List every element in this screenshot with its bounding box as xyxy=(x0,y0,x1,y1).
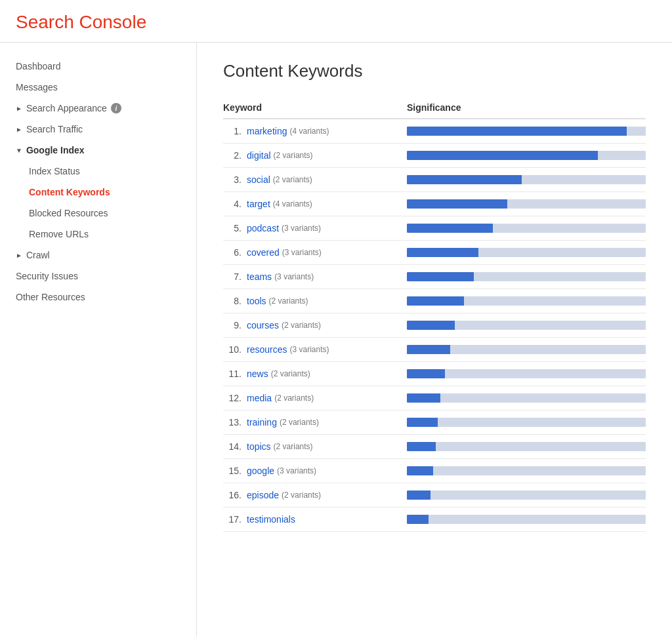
sidebar-label-other-resources: Other Resources xyxy=(16,292,85,302)
keyword-link[interactable]: google xyxy=(247,466,274,476)
sidebar-item-index-status[interactable]: Index Status xyxy=(0,161,196,182)
keyword-variants: (4 variants) xyxy=(273,199,312,209)
bar-fill xyxy=(407,199,507,209)
keyword-rank: 8. xyxy=(223,296,247,306)
keyword-cell: 17.testimonials xyxy=(223,514,407,525)
keyword-variants: (2 variants) xyxy=(282,490,321,500)
sidebar-item-blocked-resources[interactable]: Blocked Resources xyxy=(0,203,196,224)
chevron-down-icon: ▼ xyxy=(16,147,22,154)
table-row: 13.training(2 variants) xyxy=(223,410,646,435)
sidebar: Dashboard Messages ► Search Appearance i… xyxy=(0,43,197,637)
keyword-cell: 1.marketing(4 variants) xyxy=(223,126,407,136)
keyword-link[interactable]: episode xyxy=(247,490,279,500)
keyword-cell: 15.google(3 variants) xyxy=(223,466,407,476)
keyword-link[interactable]: podcast xyxy=(247,223,279,233)
significance-bar xyxy=(407,151,646,160)
table-row: 10.resources(3 variants) xyxy=(223,338,646,362)
keywords-table: Keyword Significance 1.marketing(4 varia… xyxy=(223,97,646,532)
significance-bar xyxy=(407,127,646,136)
sidebar-item-content-keywords[interactable]: Content Keywords xyxy=(0,182,196,203)
table-row: 7.teams(3 variants) xyxy=(223,265,646,289)
app-header: Search Console xyxy=(0,0,672,43)
sidebar-label-search-appearance: Search Appearance xyxy=(26,103,107,113)
keyword-link[interactable]: training xyxy=(247,417,277,428)
chevron-right-icon: ► xyxy=(16,126,22,133)
sidebar-label-dashboard: Dashboard xyxy=(16,61,61,71)
keyword-rank: 17. xyxy=(223,514,247,525)
info-icon[interactable]: i xyxy=(111,103,121,113)
keyword-link[interactable]: courses xyxy=(247,320,279,330)
keyword-variants: (2 variants) xyxy=(274,442,313,451)
table-row: 14.topics(2 variants) xyxy=(223,435,646,459)
bar-fill xyxy=(407,466,433,475)
significance-bar xyxy=(407,175,646,184)
keyword-link[interactable]: topics xyxy=(247,441,271,452)
sidebar-label-index-status: Index Status xyxy=(29,166,80,176)
sidebar-label-messages: Messages xyxy=(16,82,58,92)
sidebar-item-dashboard[interactable]: Dashboard xyxy=(0,56,196,77)
significance-bar xyxy=(407,199,646,209)
table-row: 5.podcast(3 variants) xyxy=(223,216,646,241)
keyword-rank: 14. xyxy=(223,441,247,452)
keyword-variants: (2 variants) xyxy=(274,151,313,160)
bar-fill xyxy=(407,248,478,257)
main-layout: Dashboard Messages ► Search Appearance i… xyxy=(0,43,672,637)
sidebar-item-messages[interactable]: Messages xyxy=(0,77,196,98)
sidebar-label-crawl: Crawl xyxy=(26,250,50,260)
keyword-link[interactable]: tools xyxy=(247,296,266,306)
significance-bar xyxy=(407,515,646,524)
significance-bar xyxy=(407,321,646,330)
sidebar-label-remove-urls: Remove URLs xyxy=(29,229,89,239)
bar-fill xyxy=(407,321,455,330)
bar-fill xyxy=(407,369,445,378)
bar-fill xyxy=(407,442,436,451)
keyword-rank: 3. xyxy=(223,174,247,185)
keyword-variants: (2 variants) xyxy=(273,175,312,184)
bar-fill xyxy=(407,151,598,160)
sidebar-item-remove-urls[interactable]: Remove URLs xyxy=(0,224,196,245)
significance-bar xyxy=(407,442,646,451)
keyword-link[interactable]: testimonials xyxy=(247,514,295,525)
bar-fill xyxy=(407,515,429,524)
keyword-link[interactable]: media xyxy=(247,393,272,403)
keyword-link[interactable]: social xyxy=(247,174,270,185)
sidebar-item-security-issues[interactable]: Security Issues xyxy=(0,266,196,287)
significance-bar xyxy=(407,248,646,257)
keyword-cell: 11.news(2 variants) xyxy=(223,369,407,379)
keyword-cell: 5.podcast(3 variants) xyxy=(223,223,407,233)
sidebar-item-other-resources[interactable]: Other Resources xyxy=(0,287,196,308)
keyword-link[interactable]: covered xyxy=(247,247,280,258)
keyword-link[interactable]: news xyxy=(247,369,268,379)
sidebar-item-search-appearance[interactable]: ► Search Appearance i xyxy=(0,98,196,119)
table-row: 11.news(2 variants) xyxy=(223,362,646,386)
keyword-cell: 10.resources(3 variants) xyxy=(223,344,407,355)
bar-fill xyxy=(407,175,522,184)
keyword-variants: (3 variants) xyxy=(277,466,316,475)
keyword-rank: 6. xyxy=(223,247,247,258)
table-row: 2.digital(2 variants) xyxy=(223,144,646,168)
bar-fill xyxy=(407,127,627,136)
keywords-list: 1.marketing(4 variants)2.digital(2 varia… xyxy=(223,119,646,532)
keyword-link[interactable]: target xyxy=(247,199,270,209)
bar-fill xyxy=(407,296,464,306)
table-row: 8.tools(2 variants) xyxy=(223,289,646,313)
bar-fill xyxy=(407,490,430,500)
col-header-keyword: Keyword xyxy=(223,102,407,113)
bar-fill xyxy=(407,345,450,354)
keyword-link[interactable]: teams xyxy=(247,271,272,282)
sidebar-item-google-index[interactable]: ▼ Google Index xyxy=(0,140,196,161)
sidebar-item-crawl[interactable]: ► Crawl xyxy=(0,245,196,266)
keyword-cell: 16.episode(2 variants) xyxy=(223,490,407,500)
keyword-variants: (2 variants) xyxy=(269,296,308,306)
keyword-link[interactable]: marketing xyxy=(247,126,287,136)
keyword-link[interactable]: resources xyxy=(247,344,287,355)
sidebar-item-search-traffic[interactable]: ► Search Traffic xyxy=(0,119,196,140)
keyword-cell: 8.tools(2 variants) xyxy=(223,296,407,306)
keyword-cell: 9.courses(2 variants) xyxy=(223,320,407,330)
bar-fill xyxy=(407,224,493,233)
keyword-link[interactable]: digital xyxy=(247,150,271,161)
keyword-variants: (2 variants) xyxy=(271,369,310,378)
chevron-right-icon: ► xyxy=(16,105,22,112)
sidebar-label-search-traffic: Search Traffic xyxy=(26,124,83,134)
keyword-cell: 12.media(2 variants) xyxy=(223,393,407,403)
